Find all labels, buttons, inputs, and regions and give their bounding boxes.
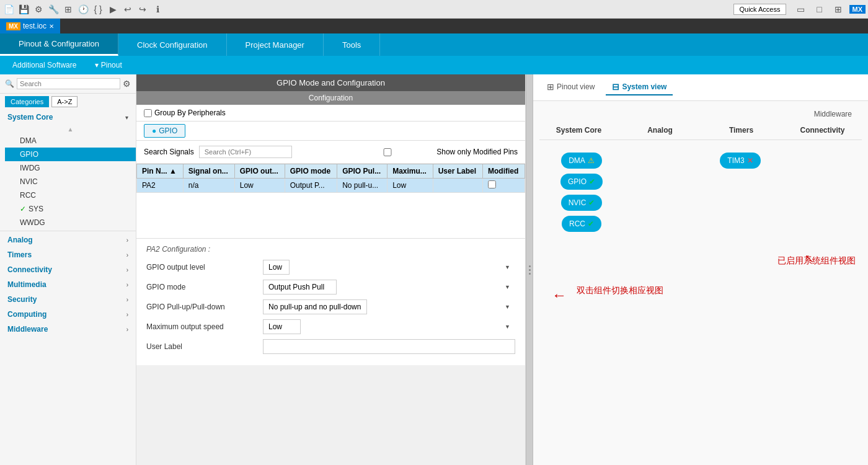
col-gpio-out-text: GPIO out... — [240, 167, 278, 175]
dma-component-button[interactable]: DMA ⚠ — [561, 153, 602, 169]
rcc-component-button[interactable]: RCC ✔ — [562, 216, 601, 232]
table-row[interactable]: PA2 n/a Low Output P... No pull-u... Low — [137, 179, 525, 193]
col-signal-on-text: Signal on... — [188, 167, 228, 175]
tim3-component-button[interactable]: TIM3 ✕ — [720, 153, 760, 169]
col-gpio-mode[interactable]: GPIO mode — [285, 164, 337, 179]
code-icon[interactable]: { } — [92, 3, 104, 16]
group-by-peripherals-text: Group By Peripherals — [154, 108, 226, 117]
sidebar-item-multimedia[interactable]: Multimedia › — [0, 277, 136, 292]
group-by-peripherals-checkbox[interactable] — [144, 109, 152, 117]
nav-pinout-configuration[interactable]: Pinout & Configuration — [0, 33, 118, 56]
panel-splitter[interactable] — [526, 74, 533, 465]
gpio-output-level-select[interactable]: Low High — [263, 260, 290, 275]
modified-checkbox[interactable] — [488, 180, 496, 188]
maximize-icon[interactable]: □ — [812, 2, 827, 17]
sidebar-item-analog[interactable]: Analog › — [0, 232, 136, 247]
sidebar-item-middleware[interactable]: Middleware › — [0, 322, 136, 337]
gpio-mode-select[interactable]: Output Push Pull Output Open Drain — [263, 280, 337, 294]
annotation-text-2: 双击组件切换相应视图 — [577, 285, 663, 296]
settings-icon[interactable]: ⚙ — [32, 3, 45, 16]
sidebar-item-sys[interactable]: ✓ SYS — [5, 202, 136, 216]
grid-icon[interactable]: ⊞ — [62, 3, 74, 16]
nav-tools[interactable]: Tools — [324, 33, 380, 56]
file-tab-bar: MX test.ioc ✕ — [0, 19, 868, 33]
file-tab-label: test.ioc — [23, 22, 46, 30]
system-core-children: ▲ DMA GPIO IWDG NVIC RCC ✓ SYS WWDG — [0, 125, 136, 229]
new-icon[interactable]: 📄 — [2, 3, 15, 16]
layout-icon[interactable]: ⊞ — [831, 2, 846, 17]
signals-search-input[interactable] — [199, 146, 292, 158]
play-icon[interactable]: ▶ — [107, 3, 119, 16]
show-modified-text: Show only Modified Pins — [436, 148, 518, 156]
wrench-icon[interactable]: 🔧 — [47, 3, 60, 16]
search-input[interactable] — [17, 78, 120, 89]
tab-az[interactable]: A->Z — [51, 96, 78, 107]
sidebar-item-computing[interactable]: Computing › — [0, 307, 136, 322]
system-view-column-headers: System Core Analog Timers Connectivity — [539, 121, 862, 140]
gpio-table-container: Pin N... ▲ Signal on... GPIO out... GPIO… — [136, 164, 525, 238]
sidebar-item-timers[interactable]: Timers › — [0, 247, 136, 262]
clock-icon[interactable]: 🕐 — [77, 3, 89, 16]
pinout-view-label: Pinout view — [557, 82, 595, 91]
max-speed-select[interactable]: Low Medium High — [263, 319, 301, 334]
sidebar-item-wwdg[interactable]: WWDG — [5, 216, 136, 229]
sidebar-item-dma[interactable]: DMA — [5, 134, 136, 148]
sidebar-item-connectivity[interactable]: Connectivity › — [0, 262, 136, 277]
tim3-error-icon: ✕ — [747, 156, 753, 165]
redo-icon[interactable]: ↪ — [136, 3, 149, 16]
gear-icon[interactable]: ⚙ — [123, 79, 131, 89]
middleware-section-label: Middleware — [539, 107, 862, 121]
col-modified[interactable]: Modified — [482, 164, 525, 179]
sidebar-item-system-core[interactable]: System Core ▾ — [0, 110, 136, 125]
sub-nav-additional-software[interactable]: Additional Software — [12, 61, 76, 69]
col-signal-on[interactable]: Signal on... — [183, 164, 234, 179]
cell-max-speed: Low — [388, 179, 433, 193]
col-max-speed[interactable]: Maximu... — [388, 164, 433, 179]
panel-header: GPIO Mode and Configuration — [136, 74, 525, 91]
rcc-ok-icon: ✔ — [588, 219, 594, 228]
search-icon: 🔍 — [5, 79, 14, 88]
expand-arrow: ▲ — [5, 125, 136, 134]
tab-categories[interactable]: Categories — [5, 96, 49, 107]
group-by-peripherals-label[interactable]: Group By Peripherals — [144, 108, 226, 117]
gpio-ok-icon: ✔ — [589, 177, 595, 186]
sidebar-item-gpio[interactable]: GPIO — [5, 148, 136, 161]
minimize-icon[interactable]: ▭ — [794, 2, 808, 17]
components-row-3: NVIC ✔ — [544, 195, 857, 211]
user-label-input[interactable] — [263, 339, 515, 354]
sidebar-item-security[interactable]: Security › — [0, 292, 136, 307]
quick-access-button[interactable]: Quick Access — [733, 4, 786, 15]
sub-nav-pinout[interactable]: ▾ Pinout — [95, 61, 122, 69]
chevron-icon-security: › — [126, 296, 128, 303]
sub-nav: Additional Software ▾ Pinout — [0, 56, 868, 74]
chevron-icon-multimedia: › — [126, 281, 128, 288]
col-pin-name[interactable]: Pin N... ▲ — [137, 164, 184, 179]
nav-clock-configuration[interactable]: Clock Configuration — [118, 33, 226, 56]
sidebar-item-rcc[interactable]: RCC — [5, 188, 136, 202]
show-modified-checkbox[interactable] — [341, 148, 434, 156]
file-tab-test-ioc[interactable]: MX test.ioc ✕ — [0, 19, 60, 33]
sidebar-item-nvic[interactable]: NVIC — [5, 175, 136, 188]
dma-label: DMA — [569, 156, 585, 165]
tab-pinout-view[interactable]: ⊞ Pinout view — [541, 79, 601, 95]
max-speed-wrapper: Low Medium High — [263, 319, 515, 334]
rcc-cell: RCC ✔ — [544, 216, 619, 232]
col-gpio-out[interactable]: GPIO out... — [234, 164, 285, 179]
gpio-pull-select[interactable]: No pull-up and no pull-down Pull-up Pull… — [263, 299, 367, 314]
save-icon[interactable]: 💾 — [17, 3, 30, 16]
info-icon[interactable]: ℹ — [151, 3, 164, 16]
sidebar-item-iwdg[interactable]: IWDG — [5, 161, 136, 175]
col-gpio-pull[interactable]: GPIO Pul... — [337, 164, 388, 179]
tab-system-view[interactable]: ⊟ System view — [606, 79, 673, 95]
close-tab-icon[interactable]: ✕ — [49, 23, 54, 30]
nvic-component-button[interactable]: NVIC ✔ — [561, 195, 603, 211]
undo-icon[interactable]: ↩ — [122, 3, 134, 16]
col-header-system-core: System Core — [539, 126, 618, 135]
gpio-component-button[interactable]: GPIO ✔ — [560, 174, 603, 190]
col-user-label[interactable]: User Label — [433, 164, 482, 179]
gpio-tab[interactable]: ● GPIO — [144, 124, 185, 138]
components-row-4: RCC ✔ — [544, 216, 857, 232]
nav-project-manager[interactable]: Project Manager — [227, 33, 324, 56]
col-max-speed-text: Maximu... — [392, 167, 427, 175]
show-modified-label[interactable]: Show only Modified Pins — [341, 148, 518, 156]
